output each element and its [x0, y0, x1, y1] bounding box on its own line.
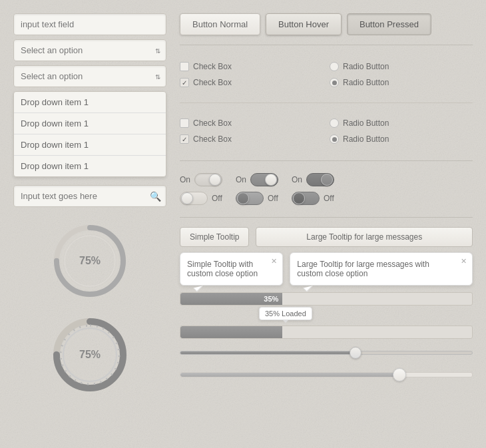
button-pressed[interactable]: Button Pressed — [347, 13, 431, 35]
divider-4 — [180, 217, 473, 218]
buttons-row: Button Normal Button Hover Button Presse… — [180, 13, 473, 35]
radio-row-4: Radio Button — [330, 132, 473, 146]
toggle-on-dark2[interactable] — [306, 173, 334, 186]
radio-label-2: Radio Button — [343, 78, 389, 87]
text-input[interactable] — [13, 13, 166, 35]
checkbox-label-4: Check Box — [193, 134, 232, 144]
progress-bar-1-label: 35% — [264, 295, 278, 303]
toggle-on-label-2: On — [236, 175, 246, 184]
divider-2 — [180, 103, 473, 103]
search-input[interactable] — [13, 185, 166, 207]
controls-grid: Check Box Radio Button ✓ Check Box Radio… — [180, 55, 473, 95]
toggle-group-dark2: On Off — [292, 173, 334, 205]
slider-2-track — [180, 372, 473, 377]
circle-progress-label-2: 75% — [79, 349, 101, 361]
toggle-off-light[interactable] — [180, 192, 208, 205]
progress-bar-2-track — [180, 326, 473, 339]
checkbox-label-1: Check Box — [193, 62, 232, 71]
toggle-off-dark2-item: Off — [292, 192, 334, 205]
tooltip-large-button[interactable]: Large Tooltip for large messages — [256, 227, 473, 247]
tooltip-buttons-row: Simple Tooltip Large Tooltip for large m… — [180, 227, 473, 247]
divider-1 — [180, 45, 473, 45]
divider-3 — [180, 160, 473, 161]
checkbox-row-1: Check Box — [180, 60, 323, 73]
toggle-knob-on-dark1 — [265, 174, 277, 186]
button-hover[interactable]: Button Hover — [266, 13, 342, 35]
circular-progress-2: 75% — [13, 315, 166, 395]
tooltip-large-bubble: Large Tooltip for large messages with cu… — [290, 252, 473, 286]
radio-label-4: Radio Button — [343, 134, 389, 144]
slider-2-thumb[interactable] — [393, 368, 406, 381]
tooltips-display-row: Simple Tooltip with custom close option … — [180, 252, 473, 286]
toggle-off-dark2[interactable] — [292, 192, 320, 205]
search-wrapper: 🔍 — [13, 185, 166, 207]
progress-bar-2-wrapper: 35% Loaded — [180, 326, 473, 339]
toggle-knob-off-light — [181, 192, 193, 204]
tooltip-large-text: Large Tooltip for large messages with cu… — [297, 260, 429, 278]
button-normal[interactable]: Button Normal — [180, 13, 260, 35]
toggle-group-light: On Off — [180, 173, 222, 205]
toggle-on-label-3: On — [292, 175, 302, 184]
toggle-off-dark1[interactable] — [236, 192, 264, 205]
toggle-knob-on-dark2 — [321, 174, 333, 186]
checkbox-label-2: Check Box — [193, 78, 232, 87]
toggle-knob-off-dark1 — [237, 192, 249, 204]
radio-2[interactable] — [330, 78, 339, 87]
radio-1[interactable] — [330, 62, 339, 71]
slider-2-wrapper — [180, 367, 473, 383]
slider-1-thumb[interactable] — [350, 347, 362, 359]
toggle-off-label-2: Off — [268, 194, 278, 203]
checkbox-2[interactable]: ✓ — [180, 78, 189, 87]
close-icon-2[interactable]: ✕ — [461, 257, 467, 266]
circle-progress-label-1: 75% — [79, 255, 101, 267]
list-item[interactable]: Drop down item 1 — [14, 134, 166, 156]
tooltip-simple-button[interactable]: Simple Tooltip — [180, 227, 249, 247]
toggle-off-label-3: Off — [324, 194, 334, 203]
toggles-row: On Off On — [180, 170, 473, 208]
radio-4[interactable] — [330, 134, 339, 144]
tooltips-section: Simple Tooltip Large Tooltip for large m… — [180, 227, 473, 286]
tooltip-simple-bubble: Simple Tooltip with custom close option … — [180, 252, 283, 286]
left-column: Select an option ⇅ Select an option ⇅ Dr… — [13, 13, 166, 395]
toggle-on-light[interactable] — [194, 173, 222, 186]
right-column: Button Normal Button Hover Button Presse… — [180, 13, 473, 395]
toggle-on-label-1: On — [180, 175, 190, 184]
list-item[interactable]: Drop down item 1 — [14, 92, 166, 113]
toggle-off-dark1-item: Off — [236, 192, 278, 205]
tooltip-simple-text: Simple Tooltip with custom close option — [187, 260, 258, 278]
slider-1-wrapper — [180, 345, 473, 360]
checkbox-row-2: ✓ Check Box — [180, 76, 323, 89]
toggle-knob-on-light — [209, 174, 221, 186]
close-icon[interactable]: ✕ — [271, 257, 277, 266]
select-wrapper-2: Select an option ⇅ — [13, 65, 166, 87]
radio-row-2: Radio Button — [330, 76, 473, 89]
checkbox-4[interactable]: ✓ — [180, 134, 189, 144]
progress-bar-1-wrapper: 35% — [180, 292, 473, 306]
radio-label-1: Radio Button — [343, 62, 389, 71]
list-item[interactable]: Drop down item 1 — [14, 113, 166, 134]
select-1[interactable]: Select an option — [14, 40, 166, 61]
dropdown-list: Drop down item 1 Drop down item 1 Drop d… — [13, 91, 166, 177]
radio-label-3: Radio Button — [343, 118, 389, 128]
radio-row-1: Radio Button — [330, 60, 473, 73]
toggle-knob-off-dark2 — [293, 192, 305, 204]
toggle-on-light-item: On — [180, 173, 222, 186]
checkbox-row-4: ✓ Check Box — [180, 132, 323, 146]
toggle-group-dark1: On Off — [236, 173, 278, 205]
radio-row-3: Radio Button — [330, 116, 473, 130]
toggle-on-dark1[interactable] — [250, 173, 278, 186]
progress-tooltip: 35% Loaded — [259, 307, 312, 320]
select-2[interactable]: Select an option — [14, 66, 166, 87]
checkbox-1[interactable] — [180, 62, 189, 71]
list-item[interactable]: Drop down item 1 — [14, 156, 166, 176]
progress-section: 35% 35% Loaded — [180, 292, 473, 383]
toggle-off-label-1: Off — [212, 194, 222, 203]
circular-progress-1: 75% — [13, 221, 166, 301]
select-wrapper-1: Select an option ⇅ — [13, 39, 166, 61]
search-icon: 🔍 — [150, 191, 161, 202]
controls-grid-2: Check Box Radio Button ✓ Check Box Radio… — [180, 111, 473, 151]
slider-2-fill — [180, 373, 399, 377]
checkbox-3[interactable] — [180, 118, 189, 128]
progress-bar-1-track: 35% — [180, 292, 473, 306]
radio-3[interactable] — [330, 118, 339, 128]
